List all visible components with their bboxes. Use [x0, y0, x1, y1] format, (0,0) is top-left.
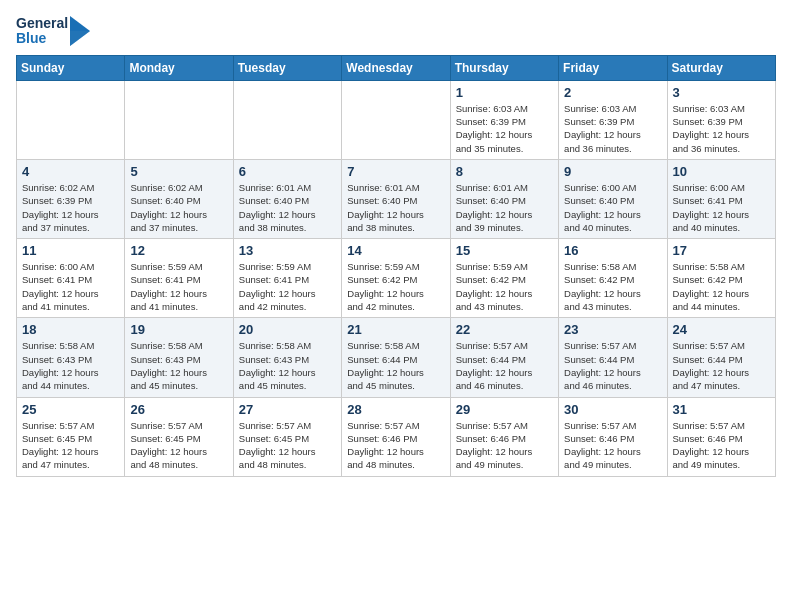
weekday-header-friday: Friday — [559, 55, 667, 80]
day-info: Sunrise: 5:58 AM Sunset: 6:43 PM Dayligh… — [22, 339, 119, 392]
day-info: Sunrise: 5:57 AM Sunset: 6:46 PM Dayligh… — [564, 419, 661, 472]
day-cell-16: 16Sunrise: 5:58 AM Sunset: 6:42 PM Dayli… — [559, 239, 667, 318]
logo-graphic: General Blue — [16, 16, 90, 47]
day-info: Sunrise: 6:00 AM Sunset: 6:41 PM Dayligh… — [22, 260, 119, 313]
weekday-header-tuesday: Tuesday — [233, 55, 341, 80]
day-info: Sunrise: 5:58 AM Sunset: 6:43 PM Dayligh… — [239, 339, 336, 392]
day-cell-10: 10Sunrise: 6:00 AM Sunset: 6:41 PM Dayli… — [667, 159, 775, 238]
logo-text-blue: Blue — [16, 31, 68, 46]
day-number: 4 — [22, 164, 119, 179]
day-number: 23 — [564, 322, 661, 337]
day-info: Sunrise: 6:03 AM Sunset: 6:39 PM Dayligh… — [673, 102, 770, 155]
week-row-2: 4Sunrise: 6:02 AM Sunset: 6:39 PM Daylig… — [17, 159, 776, 238]
day-number: 11 — [22, 243, 119, 258]
weekday-header-thursday: Thursday — [450, 55, 558, 80]
day-number: 16 — [564, 243, 661, 258]
empty-cell — [342, 80, 450, 159]
day-info: Sunrise: 5:57 AM Sunset: 6:44 PM Dayligh… — [564, 339, 661, 392]
day-number: 8 — [456, 164, 553, 179]
day-cell-22: 22Sunrise: 5:57 AM Sunset: 6:44 PM Dayli… — [450, 318, 558, 397]
day-cell-8: 8Sunrise: 6:01 AM Sunset: 6:40 PM Daylig… — [450, 159, 558, 238]
day-number: 1 — [456, 85, 553, 100]
day-number: 27 — [239, 402, 336, 417]
day-info: Sunrise: 5:59 AM Sunset: 6:42 PM Dayligh… — [456, 260, 553, 313]
day-cell-25: 25Sunrise: 5:57 AM Sunset: 6:45 PM Dayli… — [17, 397, 125, 476]
day-info: Sunrise: 6:01 AM Sunset: 6:40 PM Dayligh… — [347, 181, 444, 234]
day-info: Sunrise: 6:02 AM Sunset: 6:40 PM Dayligh… — [130, 181, 227, 234]
day-info: Sunrise: 5:59 AM Sunset: 6:41 PM Dayligh… — [239, 260, 336, 313]
day-number: 19 — [130, 322, 227, 337]
day-number: 20 — [239, 322, 336, 337]
day-info: Sunrise: 6:03 AM Sunset: 6:39 PM Dayligh… — [564, 102, 661, 155]
day-cell-17: 17Sunrise: 5:58 AM Sunset: 6:42 PM Dayli… — [667, 239, 775, 318]
day-info: Sunrise: 5:59 AM Sunset: 6:41 PM Dayligh… — [130, 260, 227, 313]
day-number: 15 — [456, 243, 553, 258]
day-number: 22 — [456, 322, 553, 337]
empty-cell — [233, 80, 341, 159]
day-info: Sunrise: 5:57 AM Sunset: 6:46 PM Dayligh… — [347, 419, 444, 472]
day-cell-4: 4Sunrise: 6:02 AM Sunset: 6:39 PM Daylig… — [17, 159, 125, 238]
day-info: Sunrise: 5:57 AM Sunset: 6:44 PM Dayligh… — [456, 339, 553, 392]
day-number: 28 — [347, 402, 444, 417]
day-info: Sunrise: 6:03 AM Sunset: 6:39 PM Dayligh… — [456, 102, 553, 155]
day-info: Sunrise: 5:57 AM Sunset: 6:45 PM Dayligh… — [239, 419, 336, 472]
day-cell-13: 13Sunrise: 5:59 AM Sunset: 6:41 PM Dayli… — [233, 239, 341, 318]
day-info: Sunrise: 5:57 AM Sunset: 6:45 PM Dayligh… — [22, 419, 119, 472]
day-info: Sunrise: 6:01 AM Sunset: 6:40 PM Dayligh… — [456, 181, 553, 234]
day-cell-11: 11Sunrise: 6:00 AM Sunset: 6:41 PM Dayli… — [17, 239, 125, 318]
week-row-4: 18Sunrise: 5:58 AM Sunset: 6:43 PM Dayli… — [17, 318, 776, 397]
logo-arrow-icon — [70, 16, 90, 46]
day-cell-20: 20Sunrise: 5:58 AM Sunset: 6:43 PM Dayli… — [233, 318, 341, 397]
day-info: Sunrise: 5:57 AM Sunset: 6:46 PM Dayligh… — [456, 419, 553, 472]
day-info: Sunrise: 6:01 AM Sunset: 6:40 PM Dayligh… — [239, 181, 336, 234]
day-cell-30: 30Sunrise: 5:57 AM Sunset: 6:46 PM Dayli… — [559, 397, 667, 476]
weekday-header-monday: Monday — [125, 55, 233, 80]
day-number: 6 — [239, 164, 336, 179]
day-cell-26: 26Sunrise: 5:57 AM Sunset: 6:45 PM Dayli… — [125, 397, 233, 476]
day-cell-9: 9Sunrise: 6:00 AM Sunset: 6:40 PM Daylig… — [559, 159, 667, 238]
day-number: 7 — [347, 164, 444, 179]
week-row-3: 11Sunrise: 6:00 AM Sunset: 6:41 PM Dayli… — [17, 239, 776, 318]
calendar: SundayMondayTuesdayWednesdayThursdayFrid… — [16, 55, 776, 477]
day-number: 13 — [239, 243, 336, 258]
day-info: Sunrise: 6:00 AM Sunset: 6:41 PM Dayligh… — [673, 181, 770, 234]
day-number: 2 — [564, 85, 661, 100]
day-cell-31: 31Sunrise: 5:57 AM Sunset: 6:46 PM Dayli… — [667, 397, 775, 476]
day-info: Sunrise: 5:57 AM Sunset: 6:45 PM Dayligh… — [130, 419, 227, 472]
svg-marker-1 — [70, 31, 90, 46]
day-cell-15: 15Sunrise: 5:59 AM Sunset: 6:42 PM Dayli… — [450, 239, 558, 318]
day-number: 3 — [673, 85, 770, 100]
day-cell-29: 29Sunrise: 5:57 AM Sunset: 6:46 PM Dayli… — [450, 397, 558, 476]
weekday-header-row: SundayMondayTuesdayWednesdayThursdayFrid… — [17, 55, 776, 80]
logo-text-general: General — [16, 16, 68, 31]
day-number: 5 — [130, 164, 227, 179]
day-number: 9 — [564, 164, 661, 179]
day-info: Sunrise: 6:00 AM Sunset: 6:40 PM Dayligh… — [564, 181, 661, 234]
day-info: Sunrise: 5:57 AM Sunset: 6:46 PM Dayligh… — [673, 419, 770, 472]
day-cell-27: 27Sunrise: 5:57 AM Sunset: 6:45 PM Dayli… — [233, 397, 341, 476]
day-cell-19: 19Sunrise: 5:58 AM Sunset: 6:43 PM Dayli… — [125, 318, 233, 397]
day-info: Sunrise: 6:02 AM Sunset: 6:39 PM Dayligh… — [22, 181, 119, 234]
day-info: Sunrise: 5:59 AM Sunset: 6:42 PM Dayligh… — [347, 260, 444, 313]
day-info: Sunrise: 5:57 AM Sunset: 6:44 PM Dayligh… — [673, 339, 770, 392]
empty-cell — [125, 80, 233, 159]
day-number: 30 — [564, 402, 661, 417]
day-cell-3: 3Sunrise: 6:03 AM Sunset: 6:39 PM Daylig… — [667, 80, 775, 159]
day-number: 18 — [22, 322, 119, 337]
day-cell-2: 2Sunrise: 6:03 AM Sunset: 6:39 PM Daylig… — [559, 80, 667, 159]
day-cell-24: 24Sunrise: 5:57 AM Sunset: 6:44 PM Dayli… — [667, 318, 775, 397]
week-row-5: 25Sunrise: 5:57 AM Sunset: 6:45 PM Dayli… — [17, 397, 776, 476]
day-info: Sunrise: 5:58 AM Sunset: 6:43 PM Dayligh… — [130, 339, 227, 392]
day-info: Sunrise: 5:58 AM Sunset: 6:44 PM Dayligh… — [347, 339, 444, 392]
day-number: 31 — [673, 402, 770, 417]
weekday-header-wednesday: Wednesday — [342, 55, 450, 80]
day-cell-23: 23Sunrise: 5:57 AM Sunset: 6:44 PM Dayli… — [559, 318, 667, 397]
day-number: 21 — [347, 322, 444, 337]
weekday-header-sunday: Sunday — [17, 55, 125, 80]
day-info: Sunrise: 5:58 AM Sunset: 6:42 PM Dayligh… — [564, 260, 661, 313]
empty-cell — [17, 80, 125, 159]
day-number: 24 — [673, 322, 770, 337]
day-cell-18: 18Sunrise: 5:58 AM Sunset: 6:43 PM Dayli… — [17, 318, 125, 397]
week-row-1: 1Sunrise: 6:03 AM Sunset: 6:39 PM Daylig… — [17, 80, 776, 159]
day-cell-12: 12Sunrise: 5:59 AM Sunset: 6:41 PM Dayli… — [125, 239, 233, 318]
